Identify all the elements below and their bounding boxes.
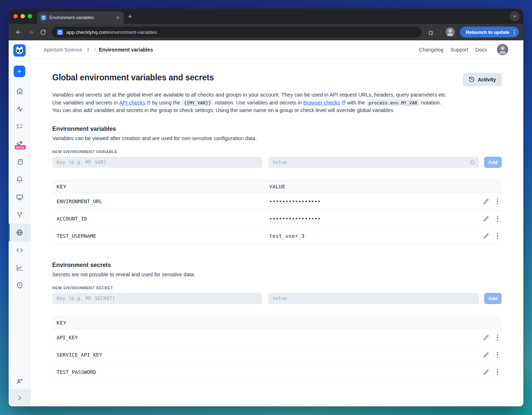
changelog-link[interactable]: Changelog [419,47,443,53]
close-window-button[interactable] [13,14,18,18]
monitor-icon [16,193,23,201]
row-menu-icon[interactable] [496,215,499,222]
create-new-button[interactable] [14,66,25,77]
chevron-up-down-icon[interactable] [85,47,91,52]
secrets-section-description: Secrets are not possible to reveal and u… [52,272,502,277]
forward-button[interactable] [25,27,36,37]
secret-key: SERVICE_API_KEY [52,352,269,358]
row-menu-icon[interactable] [496,369,499,376]
tab-search-button[interactable] [510,11,520,21]
sidebar-item-home[interactable] [9,82,31,100]
page-title: Global environment variables and secrets [52,73,214,82]
lock-open-icon[interactable] [470,159,475,165]
user-avatar[interactable] [497,44,508,55]
column-header-key: KEY [52,184,269,189]
sidebar-item-analytics[interactable] [9,259,31,277]
new-tab-button[interactable]: + [124,12,137,24]
history-icon [469,76,475,82]
browser-menu-icon[interactable] [512,30,516,35]
sidebar-item-environment-variables[interactable] [9,224,31,241]
breadcrumb-separator: / [94,47,96,53]
code-chip: process.env.MY_VAR [367,99,420,106]
docs-link[interactable]: Docs [475,47,487,53]
arrow-left-icon [15,29,22,36]
sidebar-item-invite-user[interactable] [9,373,31,389]
code-icon [16,246,23,254]
variable-key: ENVIRONMENT_URL [52,198,269,204]
variables-section-heading: Environment variables [52,125,502,132]
sidebar-item-alerts[interactable] [9,171,31,188]
breadcrumb: Aperture Science / Environment variables [44,47,153,53]
external-link-icon [146,101,151,105]
table-row: API_KEY [52,329,502,347]
relaunch-to-update-button[interactable]: Relaunch to update [460,27,519,37]
secret-key: TEST_PASSWORD [52,369,269,375]
bell-icon [16,176,23,183]
browser-profile-avatar[interactable] [445,27,455,37]
variables-table: KEY VALUE ENVIRONMENT_URL ••••••••••••••… [52,180,502,245]
variable-value-input[interactable] [268,157,479,168]
edit-pencil-icon[interactable] [483,335,489,341]
row-menu-icon[interactable] [496,198,499,205]
minimize-window-button[interactable] [21,14,25,18]
edit-pencil-icon[interactable] [483,198,489,205]
add-secret-button[interactable]: Add [484,293,502,304]
address-bar[interactable]: app.checklyhq.com/environment-variables [52,27,421,37]
map-pin-icon [16,282,23,289]
puzzle-icon [428,29,434,35]
pulse-icon [16,105,23,113]
chart-icon [16,264,23,272]
variable-key-input[interactable] [52,157,262,168]
chevron-right-icon [17,395,23,401]
sidebar-item-snippets[interactable] [9,241,31,259]
support-link[interactable]: Support [451,47,468,53]
edit-pencil-icon[interactable] [483,352,489,358]
account-switcher[interactable]: Aperture Science [44,47,82,53]
reload-button[interactable] [37,27,48,37]
person-icon [497,44,508,55]
zoom-window-button[interactable] [28,14,32,18]
activity-label: Activity [478,77,496,82]
secret-key: API_KEY [52,335,269,340]
sidebar-item-checks[interactable] [9,118,31,135]
table-row: ENVIRONMENT_URL •••••••••••••••• [52,193,502,210]
checkly-favicon-icon [41,15,46,21]
back-button[interactable] [13,27,24,37]
browser-window: Environment variables × + ap [9,9,523,406]
checkly-favicon-icon [57,29,63,35]
secret-value-input[interactable] [268,293,479,304]
toolbar-divider [441,29,441,35]
browser-toolbar: app.checklyhq.com/environment-variables … [9,24,523,40]
sidebar-item-run-log[interactable] [9,153,31,171]
extensions-button[interactable] [426,27,436,37]
secret-key-input[interactable] [52,293,262,304]
sidebar-item-monitors[interactable] [9,100,31,118]
checkly-logo-icon[interactable] [13,44,26,57]
edit-pencil-icon[interactable] [483,216,489,222]
page-description: Variables and secrets set at the global … [52,91,450,115]
tab-close-icon[interactable]: × [115,14,121,21]
sidebar-item-dashboards[interactable] [9,188,31,206]
browser-tab[interactable]: Environment variables × [37,12,124,24]
sidebar-expand-button[interactable] [9,389,31,406]
browser-checks-link[interactable]: Browser checks [303,100,345,106]
row-menu-icon[interactable] [496,232,499,240]
sidebar-item-synthetics-beta[interactable]: BETA [9,135,31,153]
plus-icon [17,68,22,74]
table-row: SERVICE_API_KEY [52,347,502,364]
add-variable-button[interactable]: Add [484,157,502,168]
activity-button[interactable]: Activity [463,73,502,86]
row-menu-icon[interactable] [496,334,499,341]
wrench-icon [16,211,23,219]
sidebar-item-private-locations[interactable] [9,277,31,294]
row-menu-icon[interactable] [496,351,499,358]
variable-key: ACCOUNT_ID [52,216,269,222]
api-checks-link[interactable]: API checks [119,100,151,106]
variable-key: TEST_USERNAME [52,233,269,239]
user-plus-icon [16,378,23,385]
edit-pencil-icon[interactable] [483,233,489,239]
sidebar-item-maintenance[interactable] [9,206,31,224]
edit-pencil-icon[interactable] [483,369,489,375]
relaunch-label: Relaunch to update [466,30,509,35]
chevron-down-icon [513,14,517,18]
